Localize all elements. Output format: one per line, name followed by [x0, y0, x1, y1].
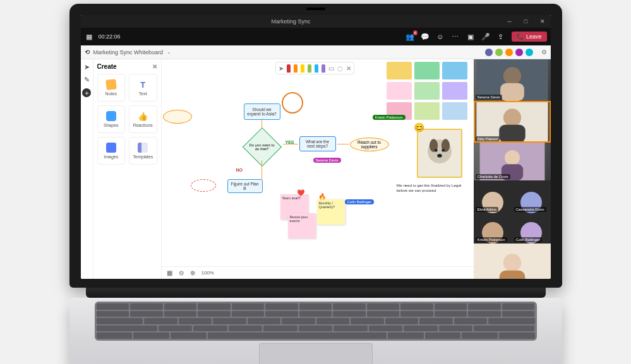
flow-decision[interactable]: Do you want to do that?	[243, 132, 282, 161]
window-minimize[interactable]: ─	[502, 18, 518, 25]
participant-tile-pair[interactable]: Elvia Atkins Cassandra Dunn	[474, 180, 551, 213]
notes-icon	[105, 79, 117, 90]
flow-box-planb[interactable]: Figure out Plan B	[227, 179, 263, 193]
flow-box-expand[interactable]: Should we expand to Asia?	[244, 103, 280, 120]
share-icon[interactable]: ⇪	[496, 32, 505, 41]
settings-icon[interactable]: ⚙	[541, 49, 547, 56]
window-title: Marketing Sync	[81, 18, 502, 25]
participant-name: Serena Davis	[476, 95, 502, 100]
window-maximize[interactable]: □	[518, 18, 534, 25]
flow-start[interactable]	[163, 110, 192, 124]
window-close[interactable]: ✕	[534, 18, 551, 25]
pen-blue[interactable]	[315, 64, 318, 73]
participant-name: Elvia Atkins	[476, 207, 499, 212]
back-icon[interactable]: ⟲	[85, 49, 90, 56]
swatch[interactable]	[414, 82, 440, 100]
pen-red[interactable]	[287, 64, 291, 73]
presence-avatar[interactable]	[515, 48, 524, 57]
reactions-icon: 👍	[138, 111, 148, 121]
flow-arrow	[337, 144, 349, 144]
create-item-label: Notes	[105, 91, 117, 96]
highlighter-icon[interactable]: ▭	[328, 65, 334, 72]
participants-icon[interactable]: 👥6	[406, 32, 414, 41]
canvas-text-note[interactable]: We need to get this finalized by Legal b…	[397, 183, 464, 193]
remote-cursor: Colin Ballinger	[345, 199, 375, 204]
sticky-note[interactable]: Revisit past events	[288, 213, 316, 238]
participants-count-badge: 6	[413, 30, 418, 35]
map-icon[interactable]: ▦	[167, 269, 172, 276]
flow-nothanks-scribble[interactable]	[191, 179, 216, 192]
create-item-shapes[interactable]: Shapes	[97, 105, 126, 133]
flow-box-next[interactable]: What are the next steps?	[299, 136, 336, 151]
shapes-icon	[106, 111, 116, 121]
fire-reaction-icon[interactable]: 🔥	[318, 193, 326, 200]
create-item-notes[interactable]: Notes	[97, 74, 126, 102]
participant-tile[interactable]: Charlotte de Crum	[474, 143, 551, 180]
pen-tool-icon[interactable]: ✎	[83, 76, 90, 83]
svg-point-8	[503, 67, 520, 85]
create-item-images[interactable]: Images	[97, 137, 126, 165]
swatch[interactable]	[442, 102, 467, 120]
participant-tile[interactable]: Serena Davis	[474, 59, 551, 101]
swatch[interactable]	[414, 102, 440, 120]
swatch[interactable]	[414, 62, 440, 79]
inserted-image[interactable]	[417, 129, 462, 178]
pen-yellow[interactable]	[301, 64, 304, 73]
swatch[interactable]	[442, 82, 467, 100]
meeting-timer: 00:22:06	[99, 33, 121, 40]
svg-point-14	[505, 150, 520, 165]
zoom-out-icon[interactable]: ⊖	[179, 269, 184, 276]
create-item-reactions[interactable]: 👍 Reactions	[129, 105, 157, 133]
participant-tile[interactable]: Ajay Kapoor	[474, 101, 551, 143]
pointer-icon[interactable]: ➤	[279, 65, 284, 72]
camera-icon[interactable]: ▣	[466, 32, 475, 41]
svg-point-4	[434, 149, 437, 152]
more-icon[interactable]: ⋯	[451, 32, 460, 41]
create-item-label: Templates	[133, 155, 153, 159]
toolbar-close-icon[interactable]: ✕	[346, 65, 351, 72]
swatch[interactable]	[442, 62, 467, 79]
presence-stack[interactable]	[484, 48, 534, 57]
remote-cursor: Kristin Patterson	[373, 115, 406, 120]
pen-orange[interactable]	[294, 64, 297, 73]
presence-avatar[interactable]	[505, 48, 514, 57]
presence-avatar[interactable]	[484, 48, 493, 57]
create-item-templates[interactable]: Templates	[129, 137, 157, 165]
participant-tile[interactable]	[474, 244, 551, 279]
chat-icon[interactable]: 💬	[421, 32, 430, 41]
svg-point-11	[503, 109, 520, 126]
whiteboard-canvas[interactable]: ➤ ▭ ◌ ✕	[162, 59, 474, 279]
window-titlebar: Marketing Sync ─ □ ✕	[81, 15, 551, 28]
add-tool-icon[interactable]: ＋	[82, 88, 91, 97]
create-item-text[interactable]: T Text	[129, 74, 157, 102]
create-item-label: Reactions	[133, 123, 153, 127]
mic-icon[interactable]: 🎤	[481, 32, 490, 41]
participant-tile-pair[interactable]: Kristin Patterson Colin Ballinger	[474, 213, 551, 244]
zoom-in-icon[interactable]: ⊕	[190, 269, 195, 276]
flow-connector[interactable]	[282, 92, 303, 114]
heart-reaction-icon[interactable]: ❤️	[297, 189, 304, 196]
flow-box-suppliers[interactable]: Reach out to suppliers	[350, 138, 389, 151]
svg-rect-9	[500, 83, 524, 101]
participant-name: Colin Ballinger	[514, 237, 543, 242]
leave-button[interactable]: 📞 Leave	[512, 32, 547, 42]
smile-reaction-icon[interactable]: 😊	[414, 122, 424, 132]
svg-rect-12	[499, 125, 525, 143]
close-icon[interactable]: ✕	[152, 63, 157, 70]
pen-green[interactable]	[308, 64, 311, 73]
eraser-icon[interactable]: ◌	[337, 65, 343, 72]
chevron-down-icon[interactable]: ⌄	[167, 49, 171, 55]
pen-violet[interactable]	[322, 64, 325, 73]
reactions-icon[interactable]: ☺	[436, 32, 445, 41]
participant-name: Kristin Patterson	[476, 237, 507, 242]
note-palette[interactable]	[387, 62, 467, 120]
pen-toolbar[interactable]: ➤ ▭ ◌ ✕	[275, 62, 354, 74]
images-icon	[106, 143, 116, 153]
gallery-grid-icon[interactable]: ▦	[85, 32, 93, 41]
presence-avatar[interactable]	[525, 48, 534, 57]
presence-avatar[interactable]	[495, 48, 503, 57]
swatch[interactable]	[387, 62, 412, 79]
cursor-tool-icon[interactable]: ➤	[83, 63, 90, 71]
swatch[interactable]	[387, 82, 412, 100]
sticky-note[interactable]: Monthly / Quarterly?	[317, 199, 345, 225]
